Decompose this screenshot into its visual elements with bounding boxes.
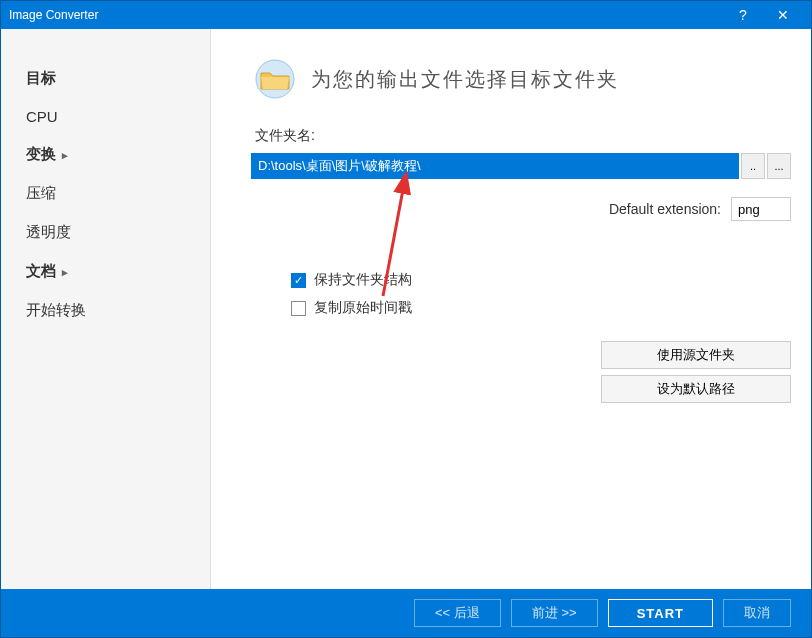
folder-path-input[interactable] [251, 153, 739, 179]
folder-name-label: 文件夹名: [255, 127, 791, 145]
default-extension-input[interactable] [731, 197, 791, 221]
sidebar-item-start[interactable]: 开始转换 [1, 291, 210, 330]
sidebar: 目标 CPU 变换▸ 压缩 透明度 文档▸ 开始转换 [1, 29, 211, 589]
set-default-path-button[interactable]: 设为默认路径 [601, 375, 791, 403]
sidebar-item-label: 文档 [26, 262, 56, 279]
start-button[interactable]: START [608, 599, 713, 627]
browse-button[interactable]: ... [767, 153, 791, 179]
sidebar-item-transparency[interactable]: 透明度 [1, 213, 210, 252]
content-panel: 为您的输出文件选择目标文件夹 文件夹名: .. ... Default exte… [211, 29, 811, 589]
folder-up-button[interactable]: .. [741, 153, 765, 179]
default-extension-label: Default extension: [609, 201, 721, 217]
sidebar-item-transform[interactable]: 变换▸ [1, 135, 210, 174]
sidebar-item-compress[interactable]: 压缩 [1, 174, 210, 213]
forward-button[interactable]: 前进 >> [511, 599, 598, 627]
page-title: 为您的输出文件选择目标文件夹 [311, 66, 619, 93]
window-title: Image Converter [9, 8, 723, 22]
cancel-button[interactable]: 取消 [723, 599, 791, 627]
sidebar-item-label: 变换 [26, 145, 56, 162]
back-button[interactable]: << 后退 [414, 599, 501, 627]
keep-structure-checkbox[interactable]: ✓ [291, 273, 306, 288]
close-button[interactable]: ✕ [763, 1, 803, 29]
chevron-right-icon: ▸ [62, 149, 68, 161]
sidebar-item-document[interactable]: 文档▸ [1, 252, 210, 291]
bottom-bar: << 后退 前进 >> START 取消 [1, 589, 811, 637]
keep-structure-label: 保持文件夹结构 [314, 271, 412, 289]
chevron-right-icon: ▸ [62, 266, 68, 278]
titlebar: Image Converter ? ✕ [1, 1, 811, 29]
sidebar-item-target[interactable]: 目标 [1, 59, 210, 98]
use-source-folder-button[interactable]: 使用源文件夹 [601, 341, 791, 369]
copy-timestamp-checkbox[interactable] [291, 301, 306, 316]
sidebar-item-cpu[interactable]: CPU [1, 98, 210, 135]
folder-icon [251, 59, 299, 99]
help-button[interactable]: ? [723, 1, 763, 29]
copy-timestamp-label: 复制原始时间戳 [314, 299, 412, 317]
